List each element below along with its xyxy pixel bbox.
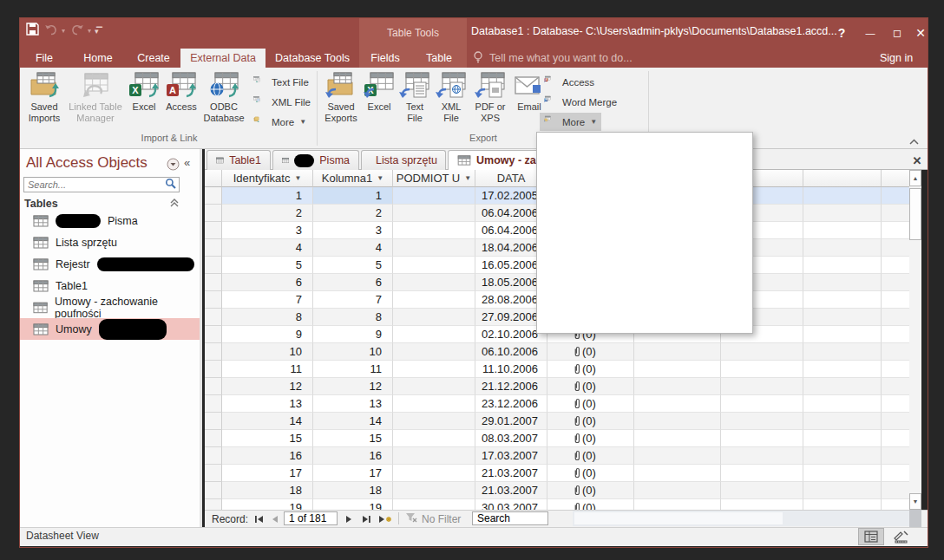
cell-empty[interactable]: [882, 274, 909, 291]
ribbon-tab-fields[interactable]: Fields: [359, 49, 411, 68]
tables-group-header[interactable]: Tables: [24, 198, 179, 210]
cell-identyfikator[interactable]: 11: [222, 361, 313, 378]
cell-empty[interactable]: [803, 465, 882, 482]
row-selector[interactable]: [205, 326, 222, 343]
column-header-empty[interactable]: [803, 170, 882, 187]
cell-empty[interactable]: [634, 413, 721, 430]
cell-empty[interactable]: [721, 395, 803, 413]
nav-table-item-2[interactable]: Lista sprzętu: [19, 231, 200, 253]
row-selector[interactable]: [205, 343, 222, 361]
more-button[interactable]: More▼: [249, 113, 311, 131]
cell-empty[interactable]: [721, 465, 803, 482]
cell-empty[interactable]: [882, 378, 909, 395]
cell-empty[interactable]: [882, 326, 909, 343]
cell-empty[interactable]: [882, 465, 909, 482]
cell-kolumna1[interactable]: 15: [313, 430, 393, 447]
select-all-corner[interactable]: [205, 170, 222, 187]
cell-identyfikator[interactable]: 4: [222, 239, 313, 257]
design-view-button[interactable]: [888, 528, 914, 545]
cell-podmiot[interactable]: [393, 395, 475, 413]
cell-kolumna1[interactable]: 8: [313, 309, 393, 326]
row-selector[interactable]: [205, 482, 222, 499]
filter-arrow-icon[interactable]: ▼: [464, 174, 471, 182]
ribbon-tab-table[interactable]: Table: [411, 49, 467, 68]
cell-data[interactable]: 30.03.2007: [475, 499, 547, 510]
row-selector[interactable]: [205, 361, 222, 378]
cell-podmiot[interactable]: [393, 465, 475, 482]
cell-podmiot[interactable]: [393, 309, 475, 326]
cell-identyfikator[interactable]: 13: [222, 395, 313, 413]
text-file-button[interactable]: Text File: [249, 73, 313, 91]
ribbon-tab-external-data[interactable]: External Data: [180, 49, 266, 68]
cell-data[interactable]: 08.03.2007: [475, 430, 547, 447]
minimize-button[interactable]: —: [857, 17, 883, 49]
odbc-database-button[interactable]: ODBC Database: [201, 71, 246, 130]
nav-table-item-5[interactable]: Umowy - zachowanie poufności: [19, 296, 200, 318]
cell-attachment[interactable]: (0): [547, 430, 634, 447]
cell-empty[interactable]: [803, 291, 882, 309]
filter-toggle[interactable]: No Filter: [405, 511, 461, 526]
cell-empty[interactable]: [721, 482, 803, 499]
cell-podmiot[interactable]: [393, 378, 475, 395]
cell-kolumna1[interactable]: 10: [313, 343, 393, 361]
column-header-empty[interactable]: [882, 170, 909, 187]
cell-attachment[interactable]: (0): [547, 465, 634, 482]
cell-attachment[interactable]: (0): [547, 447, 634, 465]
cell-kolumna1[interactable]: 14: [313, 413, 393, 430]
cell-attachment[interactable]: (0): [547, 395, 634, 413]
next-record-button[interactable]: [345, 511, 353, 526]
undo-dropdown-icon[interactable]: ▾: [62, 27, 65, 35]
cell-kolumna1[interactable]: 7: [313, 291, 393, 309]
ribbon-tab-database-tools[interactable]: Database Tools: [266, 49, 359, 68]
cell-empty[interactable]: [882, 447, 909, 465]
scroll-up-icon[interactable]: ▲: [909, 170, 921, 186]
row-selector[interactable]: [205, 413, 222, 430]
cell-data[interactable]: 23.12.2006: [475, 395, 547, 413]
cell-attachment[interactable]: (0): [547, 499, 634, 510]
nav-table-item-3[interactable]: Rejestr: [19, 253, 200, 275]
row-selector[interactable]: [205, 378, 222, 395]
document-tab-1[interactable]: Table1: [206, 150, 271, 170]
cell-empty[interactable]: [803, 343, 882, 361]
cell-kolumna1[interactable]: 9: [313, 326, 393, 343]
cell-empty[interactable]: [721, 447, 803, 465]
cell-empty[interactable]: [882, 343, 909, 361]
row-selector[interactable]: [205, 239, 222, 257]
access-button[interactable]: AAccess: [540, 73, 599, 91]
previous-record-button[interactable]: [271, 511, 279, 526]
cell-empty[interactable]: [882, 361, 909, 378]
save-icon[interactable]: [26, 23, 39, 39]
cell-empty[interactable]: [803, 187, 882, 205]
sign-in-link[interactable]: Sign in: [880, 49, 913, 68]
search-input[interactable]: [24, 179, 165, 190]
row-selector[interactable]: [205, 291, 222, 309]
cell-identyfikator[interactable]: 10: [222, 343, 313, 361]
cell-podmiot[interactable]: [393, 343, 475, 361]
cell-kolumna1[interactable]: 11: [313, 361, 393, 378]
cell-empty[interactable]: [882, 239, 909, 257]
cell-empty[interactable]: [882, 257, 909, 274]
cell-podmiot[interactable]: [393, 257, 475, 274]
column-header-identyfikatc[interactable]: Identyfikatc▼: [222, 170, 313, 187]
word-merge-button[interactable]: WWord Merge: [540, 93, 621, 111]
cell-attachment[interactable]: (0): [547, 378, 634, 395]
cell-empty[interactable]: [803, 413, 882, 430]
xml-file-button[interactable]: XML File: [434, 71, 469, 130]
row-selector[interactable]: [205, 465, 222, 482]
cell-empty[interactable]: [803, 274, 882, 291]
cell-kolumna1[interactable]: 6: [313, 274, 393, 291]
cell-empty[interactable]: [721, 343, 803, 361]
row-selector[interactable]: [205, 187, 222, 205]
cell-kolumna1[interactable]: 13: [313, 395, 393, 413]
redo-dropdown-icon[interactable]: ▾: [88, 27, 91, 35]
cell-podmiot[interactable]: [393, 413, 475, 430]
cell-empty[interactable]: [634, 465, 721, 482]
cell-podmiot[interactable]: [393, 187, 475, 205]
cell-empty[interactable]: [803, 309, 882, 326]
horizontal-scrollbar-thumb[interactable]: [574, 512, 783, 524]
cell-empty[interactable]: [882, 291, 909, 309]
linked-table-manager-button[interactable]: Linked Table Manager: [66, 71, 125, 130]
record-search-box[interactable]: Search: [472, 511, 548, 525]
filter-arrow-icon[interactable]: ▼: [377, 174, 384, 182]
row-selector[interactable]: [205, 447, 222, 465]
